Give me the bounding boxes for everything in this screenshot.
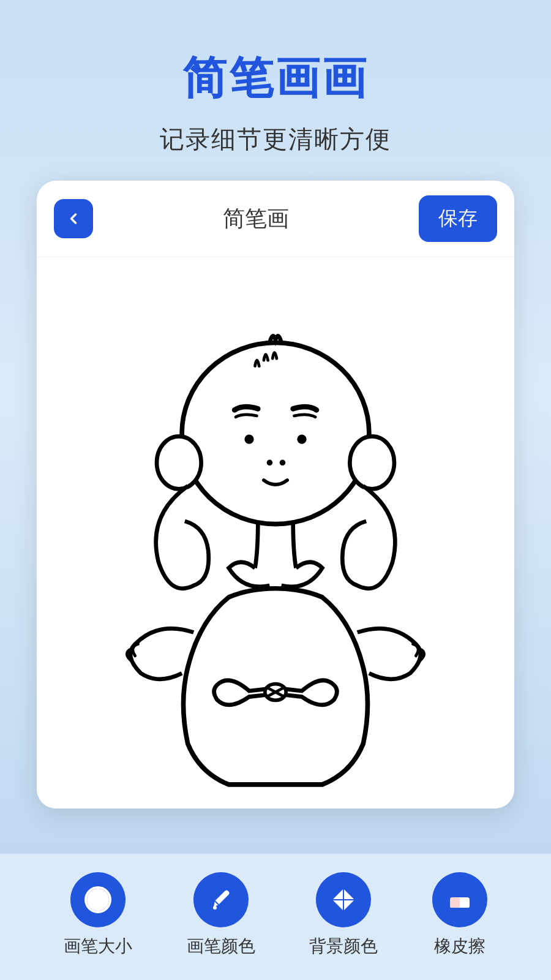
svg-point-9 bbox=[92, 894, 104, 906]
card-title: 简笔画 bbox=[223, 204, 289, 234]
toolbar-item-bg-color[interactable]: 背景颜色 bbox=[309, 872, 378, 958]
toolbar-item-brush-size[interactable]: 画笔大小 bbox=[64, 872, 132, 958]
toolbar-icons: 画笔大小 画笔颜色 bbox=[0, 872, 551, 958]
main-title: 简笔画画 bbox=[182, 49, 369, 108]
svg-point-1 bbox=[244, 434, 253, 443]
circle-icon bbox=[83, 885, 113, 914]
svg-point-5 bbox=[157, 436, 201, 489]
eraser-icon bbox=[445, 885, 474, 914]
back-button[interactable] bbox=[54, 199, 93, 238]
brush-color-icon-circle[interactable] bbox=[193, 872, 249, 927]
eraser-label: 橡皮擦 bbox=[434, 935, 485, 958]
bottom-toolbar: 画笔大小 画笔颜色 bbox=[0, 854, 551, 980]
drawing-card: 简笔画 保存 bbox=[37, 181, 514, 809]
brush-size-icon-circle[interactable] bbox=[70, 872, 126, 927]
diamond-icon bbox=[329, 885, 358, 914]
pen-icon bbox=[206, 885, 236, 914]
brush-color-label: 画笔颜色 bbox=[187, 935, 255, 958]
drawing-area[interactable] bbox=[37, 257, 514, 809]
svg-point-6 bbox=[350, 436, 394, 489]
page-container: 简笔画画 记录细节更清晰方便 简笔画 保存 bbox=[0, 0, 551, 980]
bg-color-icon-circle[interactable] bbox=[316, 872, 371, 927]
toolbar-item-brush-color[interactable]: 画笔颜色 bbox=[187, 872, 255, 958]
sub-title: 记录细节更清晰方便 bbox=[160, 123, 391, 156]
svg-point-0 bbox=[182, 342, 369, 524]
chevron-left-icon bbox=[65, 210, 82, 227]
bg-color-label: 背景颜色 bbox=[309, 935, 378, 958]
save-button[interactable]: 保存 bbox=[419, 195, 497, 242]
top-section: 简笔画画 记录细节更清晰方便 bbox=[0, 0, 551, 181]
svg-point-3 bbox=[267, 460, 273, 466]
brush-size-label: 画笔大小 bbox=[64, 935, 132, 958]
card-header: 简笔画 保存 bbox=[37, 181, 514, 257]
toolbar-item-eraser[interactable]: 橡皮擦 bbox=[432, 872, 487, 958]
svg-point-11 bbox=[213, 906, 217, 910]
svg-point-4 bbox=[280, 460, 286, 466]
eraser-icon-circle[interactable] bbox=[432, 872, 487, 927]
character-drawing bbox=[49, 270, 502, 796]
svg-point-2 bbox=[297, 434, 306, 443]
svg-rect-16 bbox=[450, 897, 460, 908]
